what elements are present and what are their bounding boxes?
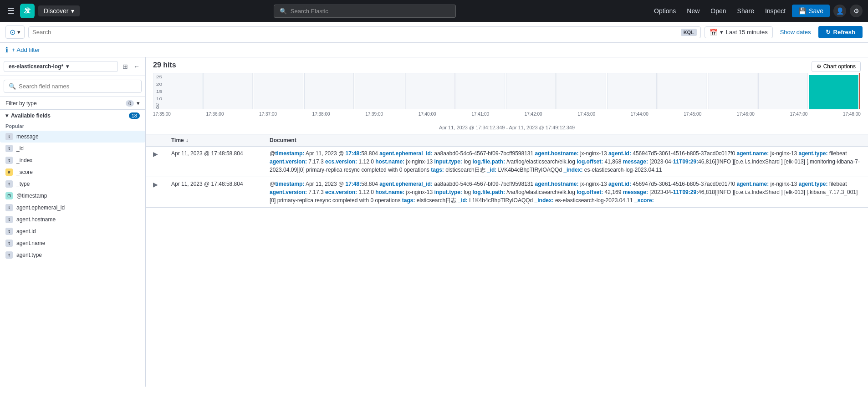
- field-key: agent.name:: [736, 150, 769, 157]
- histogram-chart: 25 20 15 10 5 0: [153, 73, 861, 109]
- save-button[interactable]: 💾 Save: [792, 5, 830, 17]
- chart-container: 25 20 15 10 5 0 17:35:0017:36:0017:37:00…: [153, 73, 861, 123]
- inspect-button[interactable]: Inspect: [761, 5, 790, 17]
- share-button[interactable]: Share: [733, 5, 759, 17]
- filter-chevron-icon: ▾: [17, 29, 20, 36]
- field-name: agent.hostname: [16, 216, 56, 223]
- grid-icon[interactable]: ⊞: [121, 61, 130, 72]
- query-input[interactable]: [32, 29, 678, 36]
- field-key: 17:: [345, 181, 353, 187]
- field-key: agent.id:: [608, 150, 631, 157]
- filter-by-type[interactable]: Filter by type 0 ▾: [0, 97, 145, 110]
- field-type-badge: t: [5, 145, 13, 152]
- svg-rect-7: [506, 73, 556, 109]
- time-col-header[interactable]: Time ↓: [171, 137, 262, 143]
- settings-icon[interactable]: ⚙: [850, 5, 863, 17]
- field-key: input.type:: [434, 158, 462, 165]
- chart-x-label: 17:37:00: [259, 112, 277, 117]
- filter-icon: ⊙: [10, 28, 15, 36]
- add-filter-button[interactable]: + Add filter: [12, 46, 40, 53]
- field-item[interactable]: t agent.hostname: [0, 214, 145, 225]
- global-search-input[interactable]: [291, 8, 450, 15]
- field-item[interactable]: t agent.id: [0, 225, 145, 237]
- chart-x-label: 17:44:00: [631, 112, 648, 117]
- field-type-badge: t: [5, 228, 13, 235]
- field-search-input[interactable]: [19, 83, 137, 90]
- expand-row-button[interactable]: ▶: [153, 149, 164, 158]
- svg-rect-6: [456, 73, 505, 109]
- svg-rect-5: [405, 73, 454, 109]
- field-type-badge: t: [5, 204, 13, 211]
- chart-x-label: 17:38:00: [312, 112, 330, 117]
- field-item[interactable]: t agent.name: [0, 237, 145, 249]
- available-fields-count: 18: [129, 112, 140, 119]
- field-key: 29:: [690, 158, 698, 165]
- field-item[interactable]: t _index: [0, 154, 145, 166]
- field-key: tags:: [402, 197, 415, 204]
- results-table: Time ↓ Document ▶ Apr 11, 2023 @ 17:48:5…: [146, 134, 868, 387]
- field-key: agent.ephemeral_id:: [379, 150, 433, 157]
- field-name: _id: [16, 145, 24, 152]
- field-item[interactable]: # _score: [0, 166, 145, 178]
- chart-x-label: 17:40:00: [419, 112, 436, 117]
- sidebar-actions: ⊞ ←: [121, 61, 142, 72]
- field-key: host.name:: [375, 189, 404, 195]
- top-nav-right: Options New Open Share Inspect 💾 Save: [649, 5, 830, 17]
- query-input-wrap[interactable]: KQL: [28, 26, 701, 38]
- open-button[interactable]: Open: [706, 5, 730, 17]
- fields-section: ▾ Available fields 18 Popular t message …: [0, 110, 145, 387]
- field-item[interactable]: t message: [0, 131, 145, 143]
- filter-row: ℹ + Add filter: [0, 43, 868, 57]
- refresh-button[interactable]: ↻ Refresh: [818, 26, 863, 38]
- index-chevron-icon: ▾: [66, 63, 69, 70]
- table-row-inner[interactable]: ▶ Apr 11, 2023 @ 17:48:58.804 @timestamp…: [146, 147, 868, 177]
- time-picker[interactable]: 📅 ▾ Last 15 minutes: [705, 26, 773, 38]
- expand-row-button[interactable]: ▶: [153, 180, 164, 188]
- time-chevron-icon: ▾: [720, 29, 723, 36]
- hamburger-icon[interactable]: ☰: [5, 4, 16, 18]
- field-key: input.type:: [434, 189, 462, 195]
- kql-badge[interactable]: KQL: [681, 29, 697, 36]
- field-search-input-wrap[interactable]: 🔍: [4, 80, 142, 93]
- global-search-area: 🔍: [83, 5, 646, 18]
- field-key: _score:: [634, 197, 654, 204]
- field-key: _index:: [535, 197, 554, 204]
- field-type-badge: t: [5, 180, 13, 188]
- field-item[interactable]: t _type: [0, 178, 145, 190]
- field-search-area: 🔍: [0, 76, 145, 97]
- chart-x-label: 17:39:00: [365, 112, 383, 117]
- field-list: t message t _id t _index # _score t _typ…: [0, 131, 145, 261]
- show-dates-button[interactable]: Show dates: [776, 27, 815, 37]
- field-item[interactable]: t agent.type: [0, 249, 145, 261]
- info-icon[interactable]: ℹ: [5, 46, 8, 54]
- global-search-box[interactable]: 🔍: [274, 5, 456, 18]
- options-button[interactable]: Options: [649, 5, 680, 17]
- popular-label: Popular: [0, 122, 145, 131]
- table-row-inner[interactable]: ▶ Apr 11, 2023 @ 17:48:58.804 @timestamp…: [146, 177, 868, 207]
- field-item[interactable]: ⊡ @timestamp: [0, 190, 145, 202]
- row-doc: @timestamp: Apr 11, 2023 @ 17:48:58.804 …: [270, 180, 861, 204]
- field-key: agent.hostname:: [535, 150, 579, 157]
- chart-options-icon: ⚙: [817, 63, 822, 70]
- field-search-icon: 🔍: [9, 83, 16, 90]
- user-icon[interactable]: 👤: [833, 5, 846, 17]
- collapse-sidebar-icon[interactable]: ←: [132, 61, 142, 72]
- filter-dropdown[interactable]: ⊙ ▾: [5, 26, 25, 39]
- field-key: agent.type:: [799, 150, 828, 157]
- chart-x-labels: 17:35:0017:36:0017:37:0017:38:0017:39:00…: [153, 112, 861, 117]
- top-nav-icons: 👤 ⚙: [833, 5, 863, 17]
- chart-options-button[interactable]: ⚙ Chart options: [812, 61, 861, 72]
- field-key: message:: [623, 158, 648, 165]
- field-key: 48:: [353, 181, 361, 187]
- sidebar: es-elasticsearch-log* ▾ ⊞ ← 🔍 Filter by …: [0, 57, 146, 387]
- svg-rect-2: [254, 73, 303, 109]
- field-item[interactable]: t agent.ephemeral_id: [0, 202, 145, 214]
- field-item[interactable]: t _id: [0, 143, 145, 154]
- field-type-badge: t: [5, 251, 13, 259]
- chart-x-label: 17:35:00: [153, 112, 171, 117]
- discover-button[interactable]: Discover ▾: [38, 5, 80, 16]
- field-key: 29:: [690, 189, 698, 195]
- chart-date-range: Apr 11, 2023 @ 17:34:12.349 - Apr 11, 20…: [153, 125, 861, 130]
- index-selector[interactable]: es-elasticsearch-log* ▾: [4, 61, 118, 72]
- new-button[interactable]: New: [682, 5, 704, 17]
